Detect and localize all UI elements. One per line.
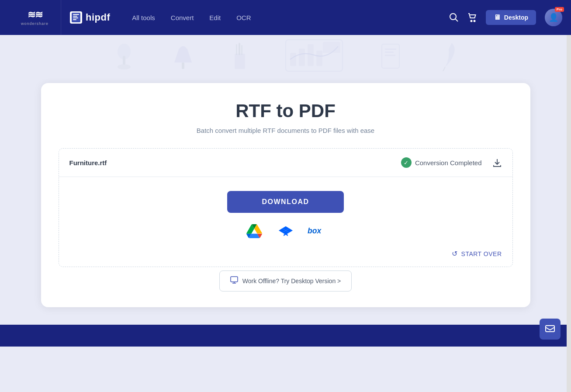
cart-button[interactable] xyxy=(467,13,477,22)
svg-rect-4 xyxy=(73,19,76,20)
desktop-btn-label: Desktop xyxy=(504,14,528,21)
desktop-banner: Work Offline? Try Desktop Version > xyxy=(59,271,513,291)
start-over-button[interactable]: ↺ START OVER xyxy=(452,250,502,258)
svg-rect-1 xyxy=(73,14,79,15)
main-container: RTF to PDF Batch convert multiple RTF do… xyxy=(24,79,548,325)
google-drive-button[interactable] xyxy=(245,222,264,241)
nav-edit[interactable]: Edit xyxy=(209,14,221,21)
svg-text:box: box xyxy=(308,226,322,235)
deco-pen xyxy=(436,41,458,73)
svg-rect-24 xyxy=(385,49,396,50)
svg-rect-28 xyxy=(231,277,238,282)
svg-rect-21 xyxy=(316,51,322,66)
wondershare-logo[interactable]: ≋≋ wondershare xyxy=(9,0,61,35)
svg-rect-22 xyxy=(323,42,340,53)
deco-plant xyxy=(113,43,135,71)
deco-lamp xyxy=(170,41,196,73)
hero-background xyxy=(0,35,571,79)
desktop-monitor-icon xyxy=(230,276,238,286)
svg-point-7 xyxy=(471,21,472,22)
start-over-row: ↺ START OVER xyxy=(59,250,512,267)
main-card: RTF to PDF Batch convert multiple RTF do… xyxy=(41,83,530,307)
svg-point-11 xyxy=(118,64,131,69)
actions-area: DOWNLOAD xyxy=(59,177,512,250)
nav-actions: 🖥 Desktop 👤 Pro xyxy=(449,9,562,26)
svg-rect-2 xyxy=(73,16,77,17)
svg-rect-15 xyxy=(241,45,242,55)
hipdf-logo[interactable]: hipdf xyxy=(70,11,110,24)
dropbox-button[interactable] xyxy=(276,222,295,241)
navbar: ≋≋ wondershare hipdf All tools Convert E… xyxy=(0,0,571,35)
nav-ocr[interactable]: OCR xyxy=(236,14,251,21)
box-button[interactable]: box xyxy=(308,222,327,241)
conversion-status: ✓ Conversion Completed xyxy=(401,157,482,168)
search-button[interactable] xyxy=(449,13,459,22)
hipdf-name: hipdf xyxy=(86,12,110,23)
deco-document xyxy=(380,42,401,72)
hero-decorations xyxy=(0,35,571,79)
page-title: RTF to PDF xyxy=(59,101,513,121)
wondershare-text: wondershare xyxy=(21,21,48,26)
svg-rect-31 xyxy=(546,326,554,332)
page-subtitle: Batch convert multiple RTF documents to … xyxy=(59,127,513,134)
desktop-banner-label: Work Offline? Try Desktop Version > xyxy=(242,278,341,284)
file-download-button[interactable] xyxy=(492,158,502,167)
file-area: Furniture.rtf ✓ Conversion Completed DOW… xyxy=(59,148,513,267)
pro-badge: Pro xyxy=(555,7,564,12)
svg-rect-14 xyxy=(239,43,240,55)
desktop-version-button[interactable]: Work Offline? Try Desktop Version > xyxy=(219,271,352,291)
svg-rect-10 xyxy=(123,56,125,65)
svg-rect-3 xyxy=(73,17,78,18)
svg-line-6 xyxy=(455,19,458,22)
file-row: Furniture.rtf ✓ Conversion Completed xyxy=(59,149,512,177)
svg-rect-16 xyxy=(236,44,237,55)
svg-rect-25 xyxy=(385,52,394,53)
avatar-wrapper: 👤 Pro xyxy=(545,9,562,26)
file-name: Furniture.rtf xyxy=(69,159,401,167)
start-over-label: START OVER xyxy=(461,250,502,257)
check-circle-icon: ✓ xyxy=(401,157,412,168)
deco-pencil-holder xyxy=(231,41,249,73)
svg-rect-23 xyxy=(382,44,399,68)
footer xyxy=(0,325,571,347)
refresh-icon: ↺ xyxy=(452,250,458,258)
svg-rect-26 xyxy=(385,55,395,56)
svg-rect-18 xyxy=(290,53,296,66)
download-button[interactable]: DOWNLOAD xyxy=(227,191,344,213)
nav-links: All tools Convert Edit OCR xyxy=(132,14,251,21)
message-fab-button[interactable] xyxy=(540,319,561,340)
svg-point-5 xyxy=(450,14,456,20)
svg-rect-19 xyxy=(299,49,305,66)
nav-convert[interactable]: Convert xyxy=(171,14,194,21)
svg-rect-12 xyxy=(182,62,184,69)
cloud-icons: box xyxy=(245,222,327,241)
svg-point-8 xyxy=(474,21,475,22)
hipdf-icon-box xyxy=(70,11,82,24)
svg-rect-13 xyxy=(235,54,245,69)
status-text: Conversion Completed xyxy=(415,159,482,167)
wondershare-icon: ≋≋ xyxy=(28,9,42,21)
desktop-button[interactable]: 🖥 Desktop xyxy=(486,10,536,25)
nav-all-tools[interactable]: All tools xyxy=(132,14,155,21)
monitor-icon: 🖥 xyxy=(494,14,501,21)
deco-chart xyxy=(284,38,345,76)
scrollbar[interactable] xyxy=(567,0,571,392)
